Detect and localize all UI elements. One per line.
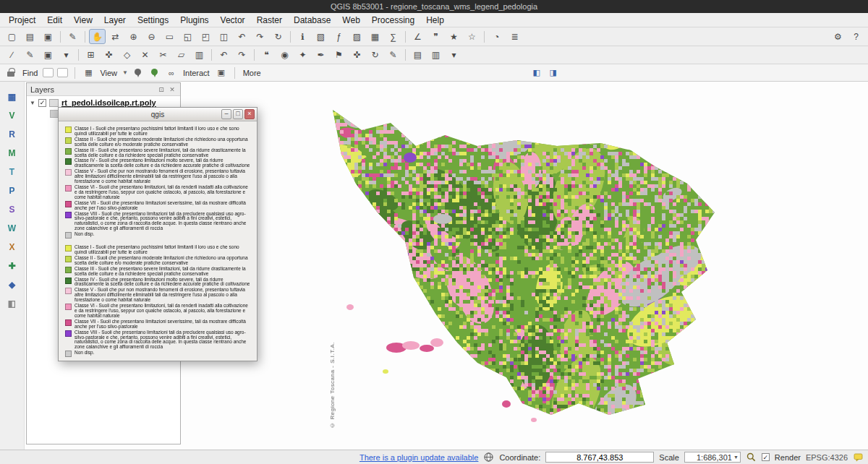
map-tips-icon[interactable]: ❞ (427, 29, 444, 44)
find-option-icon[interactable] (57, 68, 68, 77)
layer-labeling-options-icon[interactable]: ❝ (258, 48, 275, 63)
messages-log-icon[interactable]: ≣ (506, 29, 523, 44)
menu-edit[interactable]: Edit (41, 14, 68, 27)
link-icon[interactable]: ∞ (165, 66, 178, 80)
select-features-icon[interactable]: ▧ (312, 29, 329, 44)
layouts-dropdown-icon[interactable]: ▾ (446, 48, 462, 63)
show-hide-labels-icon[interactable]: ⚑ (331, 48, 347, 63)
open-attribute-table-icon[interactable]: ▦ (367, 29, 383, 44)
add-feature-icon[interactable]: ⊞ (82, 48, 99, 63)
paste-features-icon[interactable]: ▥ (191, 48, 208, 63)
menu-help[interactable]: Help (420, 14, 450, 27)
identify-features-icon[interactable]: ℹ (294, 29, 311, 44)
deselect-features-icon[interactable]: ▨ (349, 29, 365, 44)
menu-processing[interactable]: Processing (366, 14, 420, 27)
zoom-full-icon[interactable]: ◱ (179, 29, 196, 44)
cut-features-icon[interactable]: ✂ (155, 48, 171, 63)
processing-toolbox-icon[interactable]: ⚙ (830, 29, 846, 44)
panel-left-icon[interactable]: ◧ (530, 66, 543, 80)
whats-this-icon[interactable]: ? (848, 29, 864, 44)
new-print-layout-icon[interactable]: ▤ (409, 48, 426, 63)
add-xyz-layer-icon[interactable]: X (4, 239, 20, 255)
layer-name[interactable]: rt_pedol.idsoilcap.rt.poly (61, 98, 156, 107)
delete-selected-icon[interactable]: ✕ (137, 48, 153, 63)
zoom-to-layer-icon[interactable]: ◫ (216, 29, 232, 44)
toggle-editing-icon[interactable]: ✎ (22, 48, 38, 63)
panel-right-icon[interactable]: ◨ (547, 66, 560, 80)
interact-label[interactable]: Interact (182, 69, 211, 77)
menu-plugins[interactable]: Plugins (174, 14, 214, 27)
minimize-icon[interactable]: – (221, 109, 231, 119)
plugin-update-link[interactable]: There is a plugin update available (359, 453, 479, 462)
undo-icon[interactable]: ↶ (216, 48, 232, 63)
redo-icon[interactable]: ↷ (234, 48, 250, 63)
interact-target-icon[interactable]: ▣ (215, 66, 228, 80)
zoom-out-icon[interactable]: ⊖ (143, 29, 160, 44)
maximize-icon[interactable]: □ (233, 109, 243, 119)
current-edits-icon[interactable]: ∕ (4, 48, 20, 63)
zoom-last-icon[interactable]: ↶ (234, 29, 250, 44)
chevron-down-icon[interactable]: ▼ (122, 69, 128, 76)
add-raster-layer-icon[interactable]: R (4, 126, 20, 142)
vertex-tool-icon[interactable]: ◇ (119, 48, 135, 63)
layer-diagram-options-icon[interactable]: ◉ (276, 48, 293, 63)
measure-line-icon[interactable]: ∠ (409, 29, 426, 44)
style-manager-icon[interactable]: ✎ (64, 29, 81, 44)
open-data-source-manager-icon[interactable]: ▦ (4, 89, 20, 105)
close-icon[interactable]: × (244, 109, 255, 119)
menu-settings[interactable]: Settings (132, 14, 174, 27)
pan-map-icon[interactable]: ✋ (89, 29, 106, 44)
grid-view-icon[interactable]: ▦ (82, 66, 95, 80)
menu-database[interactable]: Database (288, 14, 336, 27)
scale-combo[interactable]: 1:686,301 ▼ (684, 452, 741, 463)
show-layout-manager-icon[interactable]: ▥ (427, 48, 444, 63)
add-vector-layer-icon[interactable]: V (4, 108, 20, 124)
new-project-icon[interactable]: ▢ (4, 29, 20, 44)
refresh-map-icon[interactable]: ↻ (270, 29, 286, 44)
save-layer-edits-icon[interactable]: ▣ (40, 48, 56, 63)
style-dock-toggle-icon[interactable]: ◧ (4, 296, 20, 312)
view-label[interactable]: View (98, 69, 119, 77)
find-box-icon[interactable] (43, 68, 54, 77)
add-spatialite-layer-icon[interactable]: S (4, 202, 20, 218)
new-shapefile-layer-icon[interactable]: ✚ (4, 258, 20, 274)
menu-web[interactable]: Web (336, 14, 365, 27)
menu-layer[interactable]: Layer (98, 14, 132, 27)
dialog-titlebar[interactable]: qgis – □ × (59, 108, 257, 121)
panel-float-icon[interactable]: ⊡ (157, 85, 166, 94)
layer-visibility-checkbox[interactable]: ✓ (38, 99, 46, 107)
expand-caret-icon[interactable]: ▼ (30, 100, 35, 106)
log-messages-icon[interactable] (853, 452, 864, 463)
add-mesh-layer-icon[interactable]: M (4, 145, 20, 161)
temporal-controller-icon[interactable]: ◔ (488, 29, 505, 44)
magnifier-icon[interactable] (746, 452, 757, 463)
digitizing-dropdown-icon[interactable]: ▾ (58, 48, 75, 63)
crs-label[interactable]: EPSG:4326 (806, 453, 848, 462)
pin-unpin-labels-icon[interactable]: ✒ (312, 48, 329, 63)
copy-features-icon[interactable]: ▱ (173, 48, 190, 63)
move-label-icon[interactable]: ✜ (349, 48, 365, 63)
lock-icon[interactable] (4, 66, 17, 80)
menu-view[interactable]: View (68, 14, 98, 27)
new-geopackage-layer-icon[interactable]: ◆ (4, 277, 20, 293)
more-label[interactable]: More (242, 69, 263, 77)
select-by-expression-icon[interactable]: ƒ (331, 29, 347, 44)
marker-pin-green-icon[interactable] (148, 66, 161, 80)
rotate-label-icon[interactable]: ↻ (367, 48, 383, 63)
open-project-icon[interactable]: ▤ (22, 29, 38, 44)
pan-to-selection-icon[interactable]: ⇄ (107, 29, 124, 44)
change-label-properties-icon[interactable]: ✎ (385, 48, 401, 63)
zoom-to-selection-icon[interactable]: ◰ (197, 29, 214, 44)
show-bookmarks-icon[interactable]: ☆ (464, 29, 480, 44)
add-wms-layer-icon[interactable]: W (4, 220, 20, 236)
new-bookmark-icon[interactable]: ★ (446, 29, 462, 44)
menu-raster[interactable]: Raster (251, 14, 288, 27)
add-postgis-layer-icon[interactable]: P (4, 183, 20, 199)
menu-project[interactable]: Project (3, 14, 41, 27)
marker-pin-icon[interactable] (132, 66, 145, 80)
zoom-next-icon[interactable]: ↷ (252, 29, 268, 44)
move-feature-icon[interactable]: ✜ (101, 48, 117, 63)
zoom-native-icon[interactable]: ▭ (161, 29, 178, 44)
save-project-icon[interactable]: ▣ (40, 29, 56, 44)
highlight-pinned-labels-icon[interactable]: ✦ (294, 48, 311, 63)
